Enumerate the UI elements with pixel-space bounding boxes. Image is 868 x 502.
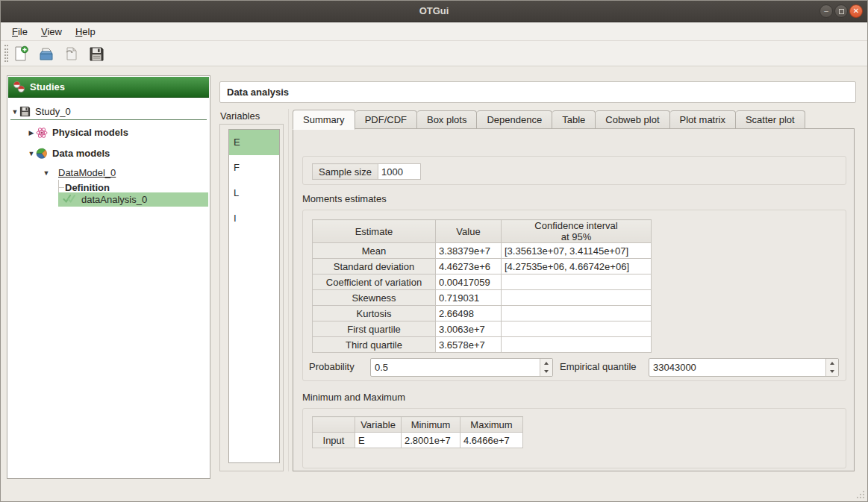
estimate-name: Standard deviation: [313, 259, 436, 274]
summary-tab-content: Sample size 1000 Moments estimates Estim…: [293, 128, 855, 471]
tree-item-physical-models[interactable]: ▶ Physical models: [27, 125, 128, 139]
import-script-button[interactable]: [63, 45, 81, 63]
chevron-down-icon[interactable]: ▼: [27, 150, 36, 157]
estimate-value: 0.719031: [436, 290, 502, 306]
toolbar: [1, 41, 867, 66]
spin-up-icon[interactable]: [826, 359, 838, 368]
table-row: Coefficient of variation 0.00417059: [313, 274, 652, 290]
sample-size-group: Sample size 1000: [302, 156, 846, 185]
col-header-variable: Variable: [355, 417, 402, 433]
titlebar[interactable]: OTGui – ✕: [1, 1, 867, 22]
otgui-window: OTGui – ✕ File View Help: [0, 0, 868, 502]
minmax-group: Variable Minimum Maximum Input E 2.8001e…: [302, 408, 846, 468]
empirical-quantile-input[interactable]: [649, 359, 825, 376]
moments-table: Estimate Value Confidence interval at 95…: [312, 219, 652, 353]
menu-view[interactable]: View: [34, 25, 69, 39]
tree-item-study[interactable]: ▼ Study_0: [10, 104, 71, 119]
tree-item-label: DataModel_0: [58, 167, 116, 178]
table-row: Input E 2.8001e+7 4.6466e+7: [313, 433, 523, 448]
empirical-quantile-label: Empirical quantile: [560, 361, 637, 372]
tab-bar: Summary PDF/CDF Box plots Dependence Tab…: [293, 109, 805, 129]
tree-item-data-model-0[interactable]: ▼ DataModel_0: [42, 166, 116, 180]
estimate-name: Coefficient of variation: [313, 274, 436, 290]
tab-plot-matrix[interactable]: Plot matrix: [670, 110, 736, 129]
estimate-value: 3.6578e+7: [436, 337, 502, 353]
estimate-value: 0.00417059: [436, 274, 502, 290]
tree-item-data-models[interactable]: ▼ Data models: [27, 146, 110, 160]
variable-item-l[interactable]: L: [229, 181, 279, 206]
minmax-table: Variable Minimum Maximum Input E 2.8001e…: [312, 416, 523, 448]
minmax-minimum: 2.8001e+7: [402, 433, 460, 448]
tree-item-label: Definition: [65, 182, 110, 193]
chevron-down-icon[interactable]: ▼: [42, 169, 51, 177]
table-row: Third quartile 3.6578e+7: [313, 337, 652, 353]
estimate-value: 3.38379e+7: [436, 243, 502, 259]
ci-header-line1: Confidence interval: [505, 220, 648, 231]
spin-down-icon[interactable]: [826, 368, 838, 377]
probability-input[interactable]: [371, 359, 540, 376]
tab-pdf-cdf[interactable]: PDF/CDF: [355, 110, 417, 129]
estimate-name: First quartile: [313, 321, 436, 337]
studies-icon: [13, 81, 25, 93]
tab-scatter-plot[interactable]: Scatter plot: [736, 110, 805, 129]
tree-branch-stub: [58, 187, 64, 188]
chevron-right-icon[interactable]: ▶: [27, 129, 36, 137]
estimate-name: Kurtosis: [313, 306, 436, 321]
col-header-maximum: Maximum: [460, 417, 523, 433]
studies-panel-title: Studies: [30, 81, 65, 92]
panel-splitter[interactable]: [288, 109, 289, 471]
probability-spinbox: [370, 358, 553, 377]
maximize-button[interactable]: [834, 4, 848, 18]
save-floppy-icon: [89, 46, 104, 62]
probability-label: Probability: [309, 361, 355, 372]
minimize-button[interactable]: –: [819, 4, 833, 18]
table-row: Skewness 0.719031: [313, 290, 652, 306]
menu-file[interactable]: File: [5, 25, 34, 39]
tab-cobweb-plot[interactable]: Cobweb plot: [596, 110, 669, 129]
estimate-name: Mean: [313, 243, 436, 259]
estimate-value: 4.46273e+6: [436, 259, 502, 274]
table-row: First quartile 3.0063e+7: [313, 321, 652, 337]
tree-item-label: Data models: [52, 148, 110, 159]
tab-dependence[interactable]: Dependence: [477, 110, 552, 129]
variable-item-f[interactable]: F: [229, 155, 279, 181]
table-row: Kurtosis 2.66498: [313, 306, 652, 321]
resize-grip-icon[interactable]: [857, 491, 864, 498]
new-document-icon: [13, 46, 29, 62]
new-study-button[interactable]: [12, 45, 30, 63]
estimate-ci: [4.27535e+06, 4.66742e+06]: [502, 259, 652, 274]
table-row: Mean 3.38379e+7 [3.35613e+07, 3.41145e+0…: [313, 243, 652, 259]
atom-icon: [36, 127, 48, 139]
tab-summary[interactable]: Summary: [293, 110, 355, 130]
window-title: OTGui: [1, 5, 867, 16]
toolbar-drag-handle[interactable]: [4, 45, 8, 62]
col-header-estimate: Estimate: [313, 220, 436, 243]
menu-help[interactable]: Help: [69, 25, 102, 39]
variables-label: Variables: [220, 110, 260, 122]
study-save-icon: [19, 106, 31, 117]
tree-item-data-analysis[interactable]: dataAnalysis_0: [58, 192, 208, 207]
chevron-down-icon[interactable]: ▼: [10, 108, 19, 116]
menubar: File View Help: [1, 22, 867, 41]
spin-down-icon[interactable]: [540, 368, 552, 377]
estimate-ci: [3.35613e+07, 3.41145e+07]: [502, 243, 652, 259]
close-button[interactable]: ✕: [849, 4, 863, 18]
empirical-quantile-spinbox: [649, 358, 839, 377]
variables-panel: E F L I: [219, 124, 284, 471]
minmax-variable: E: [355, 433, 402, 448]
tab-table[interactable]: Table: [552, 110, 596, 129]
spin-up-icon[interactable]: [540, 359, 552, 368]
open-study-button[interactable]: [37, 45, 55, 63]
ci-header-line2: at 95%: [505, 231, 648, 242]
variable-item-e[interactable]: E: [229, 130, 279, 155]
save-study-button[interactable]: [87, 45, 105, 63]
minmax-section-title: Minimum and Maximum: [302, 392, 405, 403]
sample-size-table: Sample size 1000: [312, 163, 421, 180]
tab-box-plots[interactable]: Box plots: [417, 110, 477, 129]
variable-item-i[interactable]: I: [229, 206, 279, 231]
moments-group: Estimate Value Confidence interval at 95…: [302, 210, 846, 381]
col-header-value: Value: [436, 220, 502, 243]
studies-panel: Studies ▼ Study_0 ▶: [7, 75, 210, 479]
sample-size-value[interactable]: 1000: [378, 164, 421, 180]
variables-list: E F L I: [228, 129, 280, 463]
